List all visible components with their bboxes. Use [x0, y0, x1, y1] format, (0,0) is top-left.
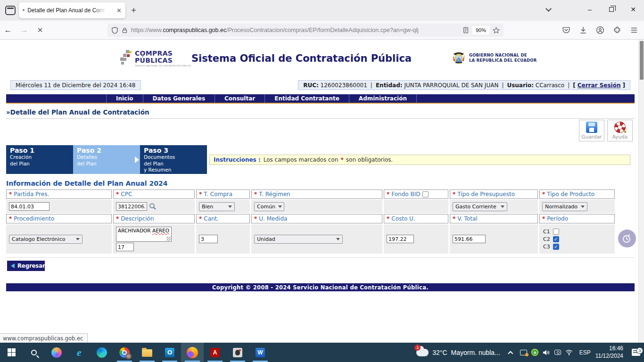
copilot-button[interactable] [45, 343, 68, 362]
nav-item-inicio[interactable]: Inicio [106, 94, 143, 103]
lock-icon[interactable] [122, 27, 128, 33]
close-button[interactable]: ✕ [622, 0, 644, 19]
firefox-view-icon[interactable] [5, 6, 16, 15]
antivirus-tray-icon[interactable]: + [529, 349, 541, 356]
weather-alert-badge: 1 [414, 345, 421, 351]
reader-view-icon[interactable] [462, 27, 469, 33]
bird-app-button[interactable] [226, 343, 249, 362]
procedimiento-select[interactable]: Catalogo Electrónico [9, 235, 83, 244]
list-tabs-chevron-icon[interactable] [545, 6, 552, 12]
cpc-search-icon[interactable] [149, 203, 157, 210]
back-arrow-icon [11, 263, 15, 268]
windows-logo-icon [8, 348, 16, 356]
periodo-c2-checkbox[interactable] [553, 236, 559, 242]
t-compra-select[interactable]: Bien [199, 202, 235, 211]
tab-close-icon[interactable]: ✕ [116, 8, 122, 14]
nav-item-datos-generales[interactable]: Datos Generales [143, 94, 215, 103]
download-icon[interactable] [577, 24, 589, 36]
edge-button[interactable] [91, 343, 113, 362]
outlook-icon: O [165, 348, 174, 357]
ayuda-button[interactable]: Ayuda [607, 120, 633, 141]
internet-explorer-button[interactable]: e [68, 343, 91, 362]
firefox-button-active[interactable] [181, 343, 204, 362]
acrobat-button[interactable]: A [204, 343, 226, 362]
cell-periodo: C1 C2 C3 [539, 224, 615, 254]
back-button[interactable]: ← [0, 25, 16, 35]
step-2-current[interactable]: Paso 2 Detalles del Plan [73, 145, 140, 174]
u-medida-select[interactable]: Unidad [254, 235, 343, 244]
v-total-input[interactable] [453, 235, 486, 243]
file-explorer-button[interactable] [136, 343, 158, 362]
cerrar-sesion-link[interactable]: Cerrar Sesión [578, 82, 621, 89]
pocket-icon[interactable] [560, 24, 572, 36]
new-tab-button[interactable]: + [131, 5, 136, 16]
site-header: COMPRAS PÚBLICAS SERVICIO NACIONAL DE CO… [6, 40, 635, 80]
scrollbar-thumb[interactable] [640, 41, 644, 80]
forward-button[interactable]: → [16, 25, 32, 35]
account-icon[interactable] [594, 24, 606, 36]
nav-item-administracion[interactable]: Administración [349, 94, 417, 103]
outlook-button[interactable]: O [158, 343, 181, 362]
tipo-presupuesto-select[interactable]: Gasto Corriente [453, 202, 507, 211]
divider [6, 257, 635, 258]
regresar-button[interactable]: Regresar [7, 261, 45, 271]
word-icon: W [256, 348, 265, 357]
step-arrow-icon [135, 156, 139, 163]
windows-taskbar: e G O A W 1 32°C Mayorm. nubla... + ESP … [0, 343, 644, 362]
start-button[interactable] [0, 343, 23, 362]
descripcion-textarea[interactable]: ARCHIVADOR AEREO [116, 227, 172, 242]
url-text[interactable]: https://www.compraspublicas.gob.ec/Proce… [131, 27, 459, 33]
guardar-button[interactable]: Guardar [579, 120, 604, 141]
nav-item-entidad-contratante[interactable]: Entidad Contratante [264, 94, 349, 103]
resize-handle-icon[interactable] [166, 237, 171, 241]
clock-widget[interactable]: 16:46 11/12/2024 [595, 345, 628, 360]
header-tipo-presupuesto: *Tipo de Presupuesto [450, 189, 538, 199]
taskbar-search-button[interactable] [23, 343, 45, 362]
header-fondo-bid: *Fondo BID [384, 189, 448, 199]
volume-tray-icon[interactable] [541, 349, 552, 356]
zoom-level-badge[interactable]: 90% [472, 26, 489, 34]
step-1[interactable]: Paso 1 Creación del Plan [6, 145, 73, 174]
t-regimen-select[interactable]: Común [254, 202, 284, 211]
word-button[interactable]: W [249, 343, 272, 362]
wifi-tray-icon[interactable] [563, 349, 575, 355]
nav-item-consultar[interactable]: Consultar [215, 94, 264, 103]
cant-input[interactable] [199, 235, 218, 243]
step-3[interactable]: Paso 3 Documentos del Plan y Resumen [140, 145, 207, 174]
bookmark-star-icon[interactable] [493, 27, 500, 34]
shield-icon[interactable] [111, 27, 118, 34]
screen-cast-tray-icon[interactable] [518, 350, 529, 355]
fondo-bid-checkbox[interactable] [422, 191, 429, 197]
session-box: RUC: 1260023860001 | Entidad: JUNTA PARR… [298, 80, 630, 90]
page-scrollbar[interactable] [638, 40, 644, 343]
cpc-input[interactable] [116, 202, 147, 211]
cell-procedimiento: Catalogo Electrónico [6, 224, 112, 254]
browser-tab[interactable]: • Detalle del Plan Anual de Contr ✕ [19, 2, 125, 18]
weather-widget[interactable]: 1 32°C Mayorm. nubla... [412, 349, 505, 356]
periodo-c1-checkbox[interactable] [553, 229, 559, 235]
tray-expand-chevron-icon[interactable] [508, 351, 513, 356]
url-bar[interactable]: https://www.compraspublicas.gob.ec/Proce… [107, 24, 504, 37]
language-indicator[interactable]: ESP [575, 349, 595, 356]
costo-u-input[interactable] [387, 235, 414, 243]
meet-now-tray-icon[interactable] [552, 350, 563, 355]
screen-recorder-overlay-icon[interactable] [618, 230, 636, 247]
notification-center-button[interactable]: 3 [628, 349, 644, 356]
floppy-disk-icon [586, 122, 597, 133]
search-icon [31, 350, 37, 355]
cell-tipo-producto: Normalizado [539, 200, 615, 213]
menu-hamburger-icon[interactable] [628, 24, 640, 36]
restore-button[interactable] [601, 0, 622, 19]
tipo-producto-select[interactable]: Normalizado [542, 202, 587, 211]
extensions-puzzle-icon[interactable] [611, 24, 623, 36]
section-title: Información de Detalle del Plan Anual 20… [6, 180, 635, 187]
periodo-c3-checkbox[interactable] [553, 244, 559, 250]
breadcrumb: »Detalle del Plan Anual de Contratación [6, 108, 635, 119]
stop-button[interactable]: ✕ [32, 26, 48, 34]
minimize-button[interactable]: – [579, 0, 601, 19]
descripcion-extra-input[interactable] [116, 243, 134, 251]
firefox-icon [187, 347, 198, 358]
partida-input[interactable] [9, 202, 50, 211]
chrome-button[interactable]: G [113, 343, 136, 362]
header-u-medida: *U. Medida [251, 214, 382, 223]
